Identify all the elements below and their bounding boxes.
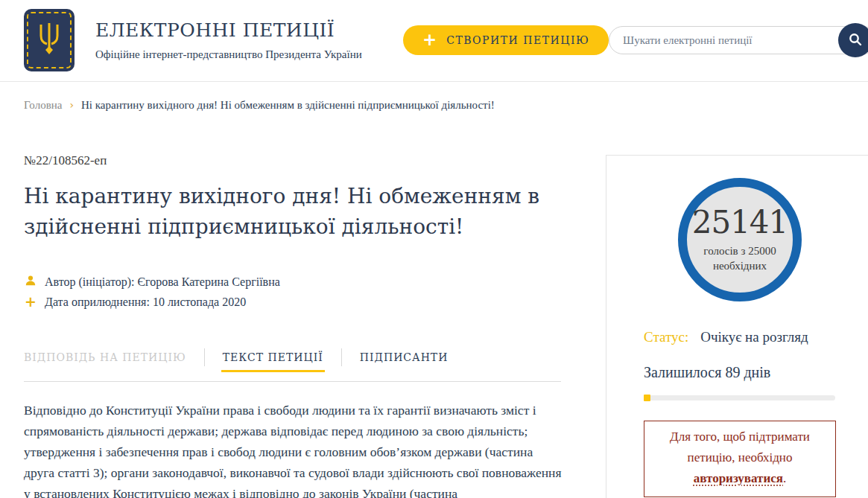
author-row: Автор (ініціатор): Єгорова Катерина Серг… xyxy=(25,275,280,290)
status-value: Очікує на розгляд xyxy=(700,329,808,345)
coat-of-arms-logo[interactable] xyxy=(24,9,75,71)
breadcrumb: Головна › Ні карантину вихідного дня! Ні… xyxy=(24,99,495,112)
breadcrumb-home-link[interactable]: Головна xyxy=(24,99,62,112)
authorize-link[interactable]: авторизуватися xyxy=(694,471,783,485)
create-petition-button[interactable]: + СТВОРИТИ ПЕТИЦІЮ xyxy=(403,25,609,55)
brand-block: ЕЛЕКТРОННІ ПЕТИЦІЇ Офіційне інтернет-пре… xyxy=(95,19,362,61)
support-notice-box: Для того, щоб підтримати петицію, необхі… xyxy=(644,421,836,497)
vote-count-caption: голосів з 25000 необхідних xyxy=(703,243,776,273)
chevron-right-icon: › xyxy=(69,99,74,111)
plus-icon: + xyxy=(422,31,437,48)
breadcrumb-current: Ні карантину вихідного дня! Ні обмеження… xyxy=(81,99,495,112)
progress-fill xyxy=(644,395,650,401)
petition-tabs: ВІДПОВІДЬ НА ПЕТИЦІЮ ТЕКСТ ПЕТИЦІЇ ПІДПИ… xyxy=(24,348,448,366)
votes-of-label: голосів з 25000 xyxy=(703,243,776,258)
publish-date-text: Дата оприлюднення: 10 листопада 2020 xyxy=(45,296,246,309)
trident-icon xyxy=(37,22,62,59)
support-notice-text: Для того, щоб підтримати петицію, необхі… xyxy=(670,430,810,465)
votes-panel: 25141 голосів з 25000 необхідних Статус:… xyxy=(606,155,868,498)
petition-title: Ні карантину вихідного дня! Ні обмеження… xyxy=(24,181,573,242)
tab-divider xyxy=(341,348,342,366)
plus-icon: + xyxy=(25,295,37,309)
author-text: Автор (ініціатор): Єгорова Катерина Серг… xyxy=(45,275,280,289)
petition-number: №22/108562-еп xyxy=(24,153,107,168)
status-label: Статус: xyxy=(644,329,688,345)
tab-response[interactable]: ВІДПОВІДЬ НА ПЕТИЦІЮ xyxy=(24,351,186,363)
status-row: Статус: Очікує на розгляд xyxy=(644,329,808,345)
person-icon xyxy=(25,275,37,290)
search-icon xyxy=(848,32,863,49)
vote-count: 25141 xyxy=(692,207,788,238)
tab-petition-text[interactable]: ТЕКСТ ПЕТИЦІЇ xyxy=(223,351,323,363)
search-input[interactable] xyxy=(609,26,868,54)
days-left-text: Залишилося 89 днів xyxy=(644,364,770,381)
tab-signers[interactable]: ПІДПИСАНТИ xyxy=(360,351,449,363)
publish-date-row: + Дата оприлюднення: 10 листопада 2020 xyxy=(25,295,246,309)
site-header: ЕЛЕКТРОННІ ПЕТИЦІЇ Офіційне інтернет-пре… xyxy=(0,0,868,82)
logo-ornament-border xyxy=(27,12,72,68)
petition-body-text: Відповідно до Конституції України права … xyxy=(24,400,563,498)
search-area xyxy=(609,26,868,54)
support-notice-suffix: . xyxy=(783,471,786,485)
petition-page: { "header": { "title": "ЕЛЕКТРОННІ ПЕТИЦ… xyxy=(0,0,868,498)
content-divider xyxy=(24,381,561,382)
votes-needed-label: необхідних xyxy=(703,258,776,273)
site-subtitle: Офіційне інтернет-представництво Президе… xyxy=(95,48,362,61)
vote-counter-circle: 25141 голосів з 25000 необхідних xyxy=(678,178,802,301)
site-title: ЕЛЕКТРОННІ ПЕТИЦІЇ xyxy=(95,19,362,41)
progress-bar xyxy=(644,395,835,400)
tab-divider xyxy=(204,348,205,366)
create-petition-label: СТВОРИТИ ПЕТИЦІЮ xyxy=(446,34,589,46)
search-button[interactable] xyxy=(838,23,868,57)
